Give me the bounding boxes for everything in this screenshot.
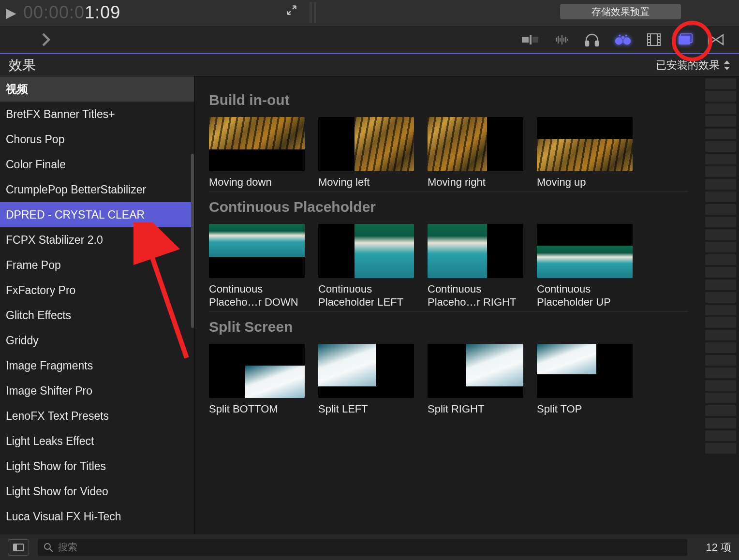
effect-label: Moving left <box>318 176 414 189</box>
effect-tile[interactable]: Continuous Placeholder UP <box>537 224 633 309</box>
effect-tile[interactable]: Split BOTTOM <box>209 344 305 415</box>
effects-filter-dropdown[interactable]: 已安装的效果 <box>656 58 730 73</box>
search-field[interactable] <box>38 539 687 556</box>
sidebar-item[interactable]: Light Show for Video <box>0 479 194 504</box>
effect-thumbnail <box>537 344 633 398</box>
layout-toggle-button[interactable] <box>8 539 29 556</box>
bowtie-icon[interactable] <box>707 31 724 48</box>
svg-rect-4 <box>595 41 598 46</box>
divider <box>310 2 316 23</box>
tile-grid: Split BOTTOMSplit LEFTSplit RIGHTSplit T… <box>209 344 688 418</box>
item-count: 12 项 <box>706 540 731 555</box>
sidebar-item[interactable]: Light Show for Titles <box>0 454 194 479</box>
effects-filter-label: 已安装的效果 <box>656 58 720 73</box>
effect-tile[interactable]: Split RIGHT <box>428 344 523 415</box>
svg-rect-2 <box>532 37 538 43</box>
effect-thumbnail <box>537 117 633 171</box>
effect-thumbnail <box>318 224 414 278</box>
secondary-toolbar <box>0 25 739 54</box>
sidebar-item[interactable]: FCPX Stabilizer 2.0 <box>0 227 194 252</box>
effect-tile[interactable]: Split LEFT <box>318 344 414 415</box>
sidebar-scrollbar[interactable] <box>191 154 194 328</box>
effect-thumbnail <box>209 224 305 278</box>
effect-thumbnail <box>428 344 523 398</box>
save-effect-preset-button[interactable]: 存储效果预置 <box>560 4 681 19</box>
group-heading: Split Screen <box>209 319 688 335</box>
search-input[interactable] <box>58 542 681 553</box>
effect-label: Split BOTTOM <box>209 403 305 415</box>
effects-title: 效果 <box>9 56 36 74</box>
svg-point-8 <box>619 34 621 36</box>
color-wheels-icon[interactable] <box>614 31 632 48</box>
sidebar-item[interactable]: FxFactory Pro <box>0 278 194 303</box>
group-heading: Continuous Placeholder <box>209 199 688 215</box>
effect-thumbnail <box>537 224 633 278</box>
effect-label: Continuous Placeho…r DOWN <box>209 283 305 309</box>
effect-label: Moving right <box>428 176 523 189</box>
svg-line-22 <box>50 549 53 552</box>
expand-icon[interactable] <box>285 4 298 16</box>
effect-label: Moving down <box>209 176 305 189</box>
levels-icon[interactable] <box>521 31 539 48</box>
sidebar-item[interactable]: Image Shifter Pro <box>0 378 194 403</box>
effect-tile[interactable]: Continuous Placeho…r RIGHT <box>428 224 523 309</box>
effect-label: Split TOP <box>537 403 633 415</box>
effect-tile[interactable]: Split TOP <box>537 344 633 415</box>
svg-rect-3 <box>586 41 589 46</box>
effects-browser-icon[interactable] <box>676 31 694 48</box>
chevron-right-icon[interactable] <box>41 32 51 47</box>
effect-tile[interactable]: Continuous Placeho…r DOWN <box>209 224 305 309</box>
effect-label: Split LEFT <box>318 403 414 415</box>
effect-thumbnail <box>209 117 305 171</box>
sidebar-item[interactable]: CrumplePop BetterStabilizer <box>0 177 194 202</box>
sidebar-item[interactable]: BretFX Banner Titles+ <box>0 102 194 127</box>
svg-point-5 <box>615 37 622 44</box>
sidebar-item[interactable]: Chorus Pop <box>0 127 194 152</box>
effects-header: 效果 已安装的效果 <box>0 54 739 76</box>
effect-label: Split RIGHT <box>428 403 523 415</box>
effect-thumbnail <box>428 117 523 171</box>
playback-bar: ▶ 00:00:01:09 存储效果预置 <box>0 0 739 25</box>
search-icon <box>44 543 53 552</box>
effects-content[interactable]: Build in-outMoving downMoving leftMoving… <box>194 76 702 534</box>
play-button[interactable]: ▶ <box>6 5 16 21</box>
sidebar-item[interactable]: Luca Visual FX Hi-Tech <box>0 504 194 529</box>
effect-thumbnail <box>318 344 414 398</box>
main-area: 视频 BretFX Banner Titles+Chorus PopColor … <box>0 76 739 534</box>
effect-tile[interactable]: Moving right <box>428 117 523 189</box>
effect-label: Continuous Placeholder LEFT <box>318 283 414 309</box>
timecode: 00:00:01:09 <box>23 2 120 23</box>
headphones-icon[interactable] <box>583 31 601 48</box>
svg-point-7 <box>621 36 624 39</box>
effect-tile[interactable]: Moving up <box>537 117 633 189</box>
effect-tile[interactable]: Moving left <box>318 117 414 189</box>
sidebar-item[interactable]: Frame Pop <box>0 252 194 278</box>
sidebar-item[interactable]: DPRED - CRYSTAL CLEAR <box>0 202 194 227</box>
timecode-inactive: 00:00:0 <box>23 2 85 22</box>
sidebar-item[interactable]: Griddy <box>0 328 194 353</box>
sidebar-item[interactable]: Glitch Effects <box>0 303 194 328</box>
sidebar-section-header: 视频 <box>0 76 194 102</box>
effect-tile[interactable]: Moving down <box>209 117 305 189</box>
timecode-active: 1:09 <box>85 2 120 22</box>
waveform-icon[interactable] <box>552 31 570 48</box>
svg-point-6 <box>623 37 631 44</box>
effect-thumbnail <box>428 224 523 278</box>
effect-label: Moving up <box>537 176 633 189</box>
sidebar-item[interactable]: Light Leaks Effect <box>0 428 194 454</box>
inspector-toolbar <box>521 31 724 48</box>
effect-thumbnail <box>209 344 305 398</box>
film-icon[interactable] <box>645 31 663 48</box>
svg-rect-1 <box>530 35 532 44</box>
svg-rect-0 <box>522 37 529 43</box>
effect-label: Continuous Placeho…r RIGHT <box>428 283 523 309</box>
sidebar-item[interactable]: Image Fragments <box>0 353 194 378</box>
tile-grid: Moving downMoving leftMoving rightMoving… <box>209 117 688 192</box>
sidebar-item[interactable]: LenoFX Text Presets <box>0 403 194 428</box>
effect-thumbnail <box>318 117 414 171</box>
effect-tile[interactable]: Continuous Placeholder LEFT <box>318 224 414 309</box>
effects-sidebar[interactable]: 视频 BretFX Banner Titles+Chorus PopColor … <box>0 76 194 534</box>
effect-label: Continuous Placeholder UP <box>537 283 633 309</box>
sidebar-item[interactable]: Color Finale <box>0 152 194 177</box>
svg-point-21 <box>44 544 50 549</box>
